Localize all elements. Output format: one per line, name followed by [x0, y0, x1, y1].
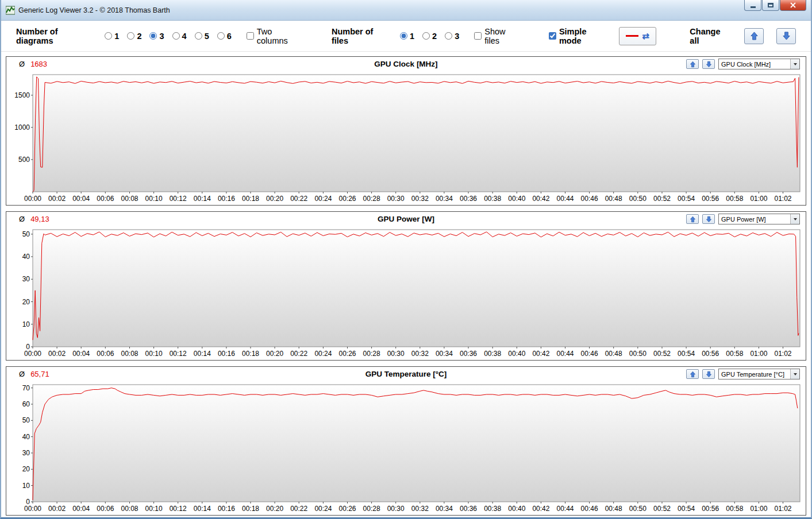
panel-down-button[interactable] [702, 214, 715, 224]
channel-dropdown-gpu-power[interactable]: GPU Power [W] [718, 214, 800, 224]
svg-text:60: 60 [22, 400, 30, 408]
dropdown-button[interactable] [790, 369, 799, 379]
files-radio-2[interactable] [422, 32, 430, 40]
svg-text:00:04: 00:04 [72, 505, 90, 513]
panel-gpu-clock: Ø1683 GPU Clock [MHz] GPU Clock [MHz] 50… [6, 56, 806, 206]
two-columns-checkbox[interactable] [247, 32, 254, 40]
minimize-button[interactable] [744, 0, 761, 11]
panel-controls: GPU Clock [MHz] [686, 59, 800, 69]
svg-text:00:30: 00:30 [387, 505, 405, 513]
svg-text:30: 30 [22, 275, 30, 283]
svg-text:00:02: 00:02 [48, 350, 66, 358]
svg-text:00:52: 00:52 [653, 505, 671, 513]
diagrams-radio-4[interactable] [172, 32, 180, 40]
svg-text:00:32: 00:32 [411, 195, 429, 203]
svg-text:00:52: 00:52 [653, 195, 671, 203]
panel-down-button[interactable] [702, 59, 715, 69]
svg-text:01:02: 01:02 [774, 195, 791, 203]
channel-dropdown-gpu-clock[interactable]: GPU Clock [MHz] [718, 59, 800, 69]
panel-down-button[interactable] [702, 369, 715, 379]
diagrams-radio-3[interactable] [149, 32, 157, 40]
simple-mode-option[interactable]: Simple mode [549, 27, 611, 45]
files-option-1[interactable]: 1 [400, 32, 414, 41]
svg-text:00:48: 00:48 [605, 195, 622, 203]
svg-text:00:46: 00:46 [581, 350, 598, 358]
files-radio-1[interactable] [400, 32, 407, 40]
files-option-2[interactable]: 2 [422, 32, 437, 41]
dropdown-button[interactable] [790, 59, 799, 69]
svg-text:00:34: 00:34 [436, 195, 453, 203]
channel-dropdown-gpu-temperature[interactable]: GPU Temperature [°C] [718, 369, 800, 379]
two-columns-option[interactable]: Two columns [247, 27, 305, 45]
files-option-3[interactable]: 3 [445, 32, 459, 41]
svg-text:00:54: 00:54 [678, 505, 695, 513]
svg-text:00:50: 00:50 [629, 195, 646, 203]
svg-text:00:00: 00:00 [24, 350, 41, 358]
svg-text:00:40: 00:40 [508, 350, 525, 358]
svg-text:00:22: 00:22 [290, 505, 307, 513]
files-label: Number of files [332, 27, 392, 45]
svg-text:00:24: 00:24 [314, 350, 332, 358]
svg-text:00:42: 00:42 [532, 350, 549, 358]
svg-text:00:04: 00:04 [72, 350, 90, 358]
change-all-label: Change all [690, 27, 732, 45]
line-style-button[interactable]: ⇄ [619, 27, 657, 45]
show-files-option[interactable]: Show files [474, 27, 522, 45]
show-files-checkbox[interactable] [474, 32, 482, 40]
svg-text:01:00: 01:00 [750, 505, 767, 513]
diagrams-option-5[interactable]: 5 [195, 32, 209, 41]
svg-text:50: 50 [22, 230, 30, 238]
svg-text:00:18: 00:18 [242, 505, 259, 513]
svg-text:00:24: 00:24 [314, 505, 332, 513]
panel-up-button[interactable] [686, 369, 699, 379]
svg-text:00:50: 00:50 [629, 350, 646, 358]
svg-text:00:28: 00:28 [363, 350, 380, 358]
svg-text:00:14: 00:14 [194, 350, 211, 358]
close-button[interactable] [780, 0, 806, 11]
svg-text:00:20: 00:20 [266, 350, 283, 358]
svg-text:00:42: 00:42 [532, 195, 549, 203]
simple-mode-checkbox[interactable] [549, 32, 556, 40]
toolbar: Number of diagrams 1 2 3 4 5 6 Two colum… [1, 21, 811, 52]
diagrams-option-4[interactable]: 4 [172, 32, 187, 41]
svg-text:00:08: 00:08 [121, 195, 138, 203]
panel-up-button[interactable] [686, 214, 699, 224]
diagrams-radio-6[interactable] [217, 32, 225, 40]
svg-text:00:28: 00:28 [363, 505, 380, 513]
svg-text:00:38: 00:38 [484, 350, 501, 358]
svg-text:00:08: 00:08 [121, 505, 138, 513]
maximize-icon [768, 3, 773, 7]
panel-up-button[interactable] [686, 59, 699, 69]
svg-text:00:06: 00:06 [97, 505, 114, 513]
svg-text:00:14: 00:14 [194, 505, 211, 513]
svg-text:00:08: 00:08 [121, 350, 138, 358]
arrow-up-icon [690, 216, 696, 223]
files-radio-3[interactable] [445, 32, 452, 40]
maximize-button[interactable] [762, 0, 779, 11]
diagrams-option-2[interactable]: 2 [127, 32, 141, 41]
change-all-up-button[interactable] [744, 28, 764, 44]
svg-text:00:10: 00:10 [145, 505, 163, 513]
chevron-down-icon [794, 373, 797, 375]
svg-text:00:12: 00:12 [170, 505, 187, 513]
diagrams-radio-2[interactable] [127, 32, 134, 40]
svg-text:00:26: 00:26 [338, 350, 356, 358]
diagrams-option-6[interactable]: 6 [217, 32, 232, 41]
svg-text:00:52: 00:52 [653, 350, 671, 358]
dropdown-button[interactable] [790, 214, 799, 224]
svg-text:00:26: 00:26 [338, 505, 356, 513]
change-all-down-button[interactable] [776, 28, 796, 44]
diagrams-option-1[interactable]: 1 [105, 32, 119, 41]
diagrams-radio-5[interactable] [195, 32, 202, 40]
diagrams-option-3[interactable]: 3 [149, 32, 164, 41]
diagrams-radio-1[interactable] [105, 32, 112, 40]
svg-text:70: 70 [22, 384, 30, 392]
chevron-down-icon [794, 63, 797, 65]
window-title: Generic Log Viewer 3.2 - © 2018 Thomas B… [18, 6, 170, 14]
svg-text:00:46: 00:46 [581, 505, 598, 513]
arrow-down-icon [706, 216, 712, 223]
svg-text:1000: 1000 [14, 123, 30, 131]
close-icon [790, 2, 796, 8]
panel-gpu-temperature: Ø65,71 GPU Temperature [°C] GPU Temperat… [6, 366, 806, 516]
diagrams-label: Number of diagrams [16, 27, 97, 45]
